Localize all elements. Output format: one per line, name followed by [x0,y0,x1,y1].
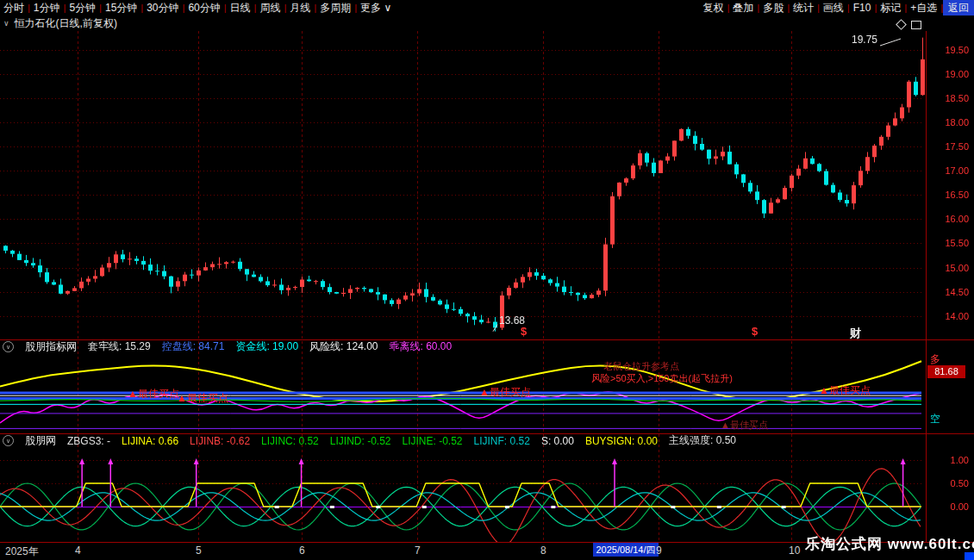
month-label-10: 10 [789,544,800,557]
month-label-5: 5 [196,544,202,557]
buy-point-label: ▲最佳买点 [177,393,228,403]
top-menubar: 分时|1分钟|5分钟|15分钟|30分钟|60分钟|日线|周线|月线|多周期|更… [0,0,974,16]
kline-chart-canvas[interactable] [0,31,926,542]
indicator-field-乖离线: 乖离线: 60.00 [389,339,452,354]
menu-item-tool-4[interactable]: 画线 [820,0,847,16]
menu-item-period-1[interactable]: 1分钟 [30,0,64,16]
collapse-chevron-icon[interactable]: ∨ [3,341,14,352]
price-tick-label: 17.00 [927,165,969,176]
chart-title: 恒力石化(日线,前复权) [15,16,117,31]
period-menu: 分时|1分钟|5分钟|15分钟|30分钟|60分钟|日线|周线|月线|多周期|更… [0,0,395,16]
indicator-field-BUYSIGN: BUYSIGN: 0.00 [585,435,658,447]
month-label-7: 7 [415,544,421,557]
dollar-mark: $ [752,326,758,337]
indicator-field-控盘线: 控盘线: 84.71 [162,339,225,354]
indicator-field-LIJINA: LIJINA: 0.66 [122,435,178,447]
indicator-field-LIJINF: LIJINF: 0.52 [474,435,530,447]
menu-item-period-7[interactable]: 周线 [256,0,284,16]
indicator-field-资金线: 资金线: 19.00 [235,339,298,354]
indicator-panel-header: ∨股朋指标网套牢线: 15.29控盘线: 84.71资金线: 19.00风险线:… [0,340,925,353]
menu-item-tool-1[interactable]: 叠加 [729,0,757,16]
indicator-field-S: S: 0.00 [541,435,574,447]
titlebar: ∨ 恒力石化(日线,前复权) [0,16,929,31]
menu-item-period-3[interactable]: 15分钟 [102,0,140,16]
menu-item-period-0[interactable]: 分时 [0,0,28,16]
menu-item-tool-6[interactable]: 标记 [877,0,904,16]
price-tick-label: 15.00 [927,263,969,273]
price-tick-label: 16.50 [927,190,969,200]
menu-item-tool-5[interactable]: F10 [850,0,875,16]
month-label-6: 6 [299,544,305,557]
osc-tick-label: 1.00 [927,455,969,465]
indicator-field-套牢线: 套牢线: 15.29 [88,339,151,354]
osc-tick-label: 0.00 [927,501,969,512]
indicator-field-LIJINC: LIJINC: 0.52 [261,435,319,447]
menu-item-period-10[interactable]: 更多 ∨ [357,0,395,16]
dollar-mark: $ [521,326,527,337]
oscillator-panel-header: ∨股朋网ZBGS3: -LIJINA: 0.66LIJINB: -0.62LIJ… [0,434,925,447]
mouse-position-ref-label: 老鼠仓拉升参考点 [603,362,679,371]
indicator-name: 股朋指标网 [25,339,77,354]
risk-note-label: 风险>50买入,>150卖出(起飞拉升) [591,374,733,383]
chevron-down-icon[interactable]: ∨ [3,19,9,28]
price-tick-label: 17.50 [927,141,969,152]
buy-point-label: ▲最佳买点 [128,389,179,399]
price-tick-label: 19.00 [927,69,969,79]
cursor-date-box: 2025/08/14/四 [593,543,659,557]
price-tick-label: 15.50 [927,238,969,248]
menu-item-period-9[interactable]: 多周期 [316,0,354,16]
menu-item-period-4[interactable]: 30分钟 [143,0,182,16]
indicator-field-LIJINE: LIJINE: -0.52 [403,435,463,447]
menu-item-period-8[interactable]: 月线 [286,0,314,16]
menu-item-tool-7[interactable]: +自选 [907,0,940,16]
indicator-field-LIJIND: LIJIND: -0.52 [330,435,391,447]
scroll-corner[interactable] [965,552,974,560]
month-label-4: 4 [75,544,81,557]
menu-item-tool-2[interactable]: 多股 [759,0,787,16]
price-tick-label: 14.00 [927,311,969,321]
menu-item-period-6[interactable]: 日线 [227,0,254,16]
indicator-field-主线强度: 主线强度: 0.50 [669,433,736,448]
watermark: 乐淘公式网 www.60lt.com [805,534,974,554]
trading-terminal: 分时|1分钟|5分钟|15分钟|30分钟|60分钟|日线|周线|月线|多周期|更… [0,0,974,560]
menu-item-period-5[interactable]: 60分钟 [184,0,223,16]
price-tick-label: 18.50 [927,93,969,103]
indicator-value-box: 81.68 [927,365,965,378]
cai-mark: 财 [850,327,861,339]
indicator-field-ZBGS3: ZBGS3: - [67,435,110,447]
month-label-8: 8 [540,544,546,557]
axis-separator [926,31,927,542]
osc-tick-label: 0.50 [927,478,969,488]
price-tick-label: 18.00 [927,117,969,128]
menu-item-tool-8[interactable]: 返回 [943,0,974,16]
menu-item-tool-0[interactable]: 复权 [699,0,727,16]
collapse-chevron-icon[interactable]: ∨ [3,435,14,446]
indicator-field-风险线: 风险线: 124.00 [309,339,378,354]
buy-point-label: ▲最佳买点 [819,385,871,395]
menu-item-period-2[interactable]: 5分钟 [66,0,99,16]
buy-point-label: ▲最佳买点 [479,387,531,397]
price-high-label: 19.75 [852,34,877,45]
year-label: 2025年 [5,544,39,559]
menu-item-tool-3[interactable]: 统计 [790,0,817,16]
indicator-field-LIJINB: LIJINB: -0.62 [190,435,250,447]
window-marker-icon[interactable] [911,21,921,29]
buy-point-label: ▲最佳买点 [721,420,768,430]
tools-menu: 复权|叠加|多股|统计|画线|F10|标记|+自选|返回 [699,0,974,16]
short-label: 空 [930,412,940,426]
indicator-name: 股朋网 [25,433,56,448]
month-label-9: 9 [656,544,662,557]
price-tick-label: 19.50 [927,45,969,55]
price-tick-label: 14.50 [927,287,969,297]
price-tick-label: 16.00 [927,214,969,224]
